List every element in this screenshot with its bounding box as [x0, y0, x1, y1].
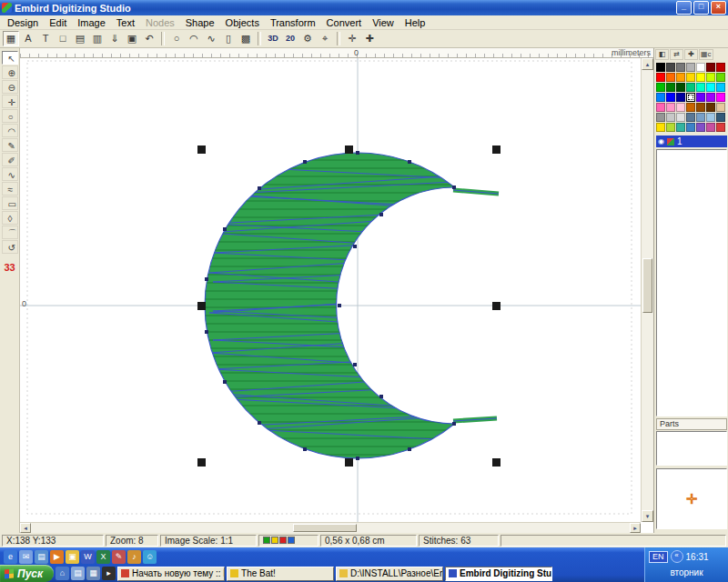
menu-edit[interactable]: Edit	[44, 16, 72, 29]
palette-color[interactable]	[676, 113, 685, 122]
palette-color[interactable]	[686, 73, 695, 82]
center-design-icon[interactable]: ✛	[344, 31, 360, 46]
word-icon[interactable]: W	[81, 550, 95, 564]
copy-icon[interactable]: ▣	[124, 31, 140, 46]
menu-nodes[interactable]: Nodes	[140, 16, 180, 29]
palette-color[interactable]	[696, 123, 705, 132]
new-document-icon[interactable]: □	[55, 31, 71, 46]
pan-tool[interactable]: ✛	[2, 95, 18, 108]
grid-mode-icon[interactable]: ▦	[3, 31, 19, 46]
minimize-button[interactable]: _	[676, 1, 692, 15]
palette-color[interactable]	[716, 123, 725, 132]
mail-icon[interactable]: ✉	[19, 550, 33, 564]
palette-color[interactable]	[716, 83, 725, 92]
console-icon[interactable]: ▸	[102, 567, 116, 580]
messenger-icon[interactable]: ☺	[143, 550, 157, 564]
menu-convert[interactable]: Convert	[321, 16, 368, 29]
menu-help[interactable]: Help	[399, 16, 431, 29]
maximize-button[interactable]: □	[693, 1, 709, 15]
excel-icon[interactable]: X	[96, 550, 110, 564]
notepad-icon[interactable]: ▤	[71, 567, 85, 580]
hscroll-thumb[interactable]	[293, 524, 357, 532]
shape-wave-icon[interactable]: ∿	[203, 31, 219, 46]
menu-transform[interactable]: Transform	[265, 16, 321, 29]
palette-color[interactable]	[656, 83, 665, 92]
palette-color[interactable]	[686, 113, 695, 122]
move-design-icon[interactable]: ✚	[361, 31, 378, 46]
parts-list[interactable]	[656, 431, 727, 466]
palette-color[interactable]	[696, 113, 705, 122]
visibility-eye-icon[interactable]: ◉	[658, 137, 664, 146]
shape-circle-icon[interactable]: ○	[168, 31, 185, 46]
palette-color[interactable]	[666, 113, 675, 122]
import-icon[interactable]: ⇓	[106, 31, 123, 46]
object-list-row[interactable]: ◉ 1	[656, 135, 727, 147]
palette-color[interactable]	[666, 63, 675, 72]
media-player-icon[interactable]: ▶	[50, 550, 64, 564]
scroll-right-icon[interactable]: ▸	[630, 523, 641, 533]
paint-icon[interactable]: ✎	[112, 550, 126, 564]
add-color-icon[interactable]: ✚	[684, 49, 698, 60]
shape-column-icon[interactable]: ▯	[220, 31, 237, 46]
palette-color[interactable]	[676, 83, 685, 92]
palette-color[interactable]	[696, 83, 705, 92]
palette-color[interactable]	[696, 103, 705, 112]
text-tool-icon[interactable]: T	[37, 31, 54, 46]
palette-color[interactable]	[666, 93, 675, 102]
gradient-icon[interactable]: ◧	[655, 49, 669, 60]
satin-tool[interactable]: ≈	[2, 182, 18, 196]
palette-color[interactable]	[666, 83, 675, 92]
palette-color[interactable]	[686, 123, 695, 132]
palette-color[interactable]	[706, 73, 715, 82]
3d-view-icon[interactable]: 3D	[265, 31, 281, 46]
object-list[interactable]	[656, 149, 727, 416]
palette-color[interactable]	[656, 93, 665, 102]
menu-text[interactable]: Text	[111, 16, 140, 29]
internet-explorer-icon[interactable]: e	[4, 550, 17, 564]
palette-color[interactable]	[676, 123, 685, 132]
task-button[interactable]: Начать новую тему :: В...	[117, 567, 225, 581]
palette-color[interactable]	[656, 103, 665, 112]
palette-color[interactable]	[706, 113, 715, 122]
palette-color[interactable]	[676, 73, 685, 82]
measure-icon[interactable]: ⌖	[317, 31, 333, 46]
palette-color[interactable]	[686, 83, 695, 92]
zoom-in-tool[interactable]: ⊕	[2, 65, 18, 79]
task-button[interactable]: The Bat!	[227, 567, 334, 581]
palette-color[interactable]	[696, 73, 705, 82]
zoom-out-tool[interactable]: ⊖	[2, 80, 18, 94]
palette-color[interactable]	[696, 93, 705, 102]
palette-color[interactable]	[676, 93, 685, 102]
design-canvas[interactable]: 0	[20, 58, 641, 522]
vscroll-thumb[interactable]	[642, 258, 652, 313]
start-button[interactable]: Пуск	[0, 565, 54, 582]
palette-grid-icon[interactable]: ▦c	[699, 49, 713, 60]
music-icon[interactable]: ♪	[127, 550, 141, 564]
scroll-down-icon[interactable]: ▾	[642, 510, 653, 522]
menu-view[interactable]: View	[367, 16, 399, 29]
arc-tool[interactable]: ◠	[2, 124, 18, 137]
palette-color[interactable]	[706, 123, 715, 132]
curve-tool[interactable]: ⌒	[2, 226, 18, 239]
task-button[interactable]: D:\INSTALL\Разное\Embird	[336, 567, 443, 581]
palette-color[interactable]	[656, 63, 665, 72]
palette-color[interactable]	[706, 63, 715, 72]
my-computer-icon[interactable]: ⌂	[56, 567, 69, 580]
rectangle-tool[interactable]: ▭	[2, 196, 18, 210]
palette-color[interactable]	[656, 113, 665, 122]
palette-color[interactable]	[706, 103, 715, 112]
settings-icon[interactable]: ⚙	[299, 31, 316, 46]
language-indicator[interactable]: EN	[649, 551, 668, 563]
palette-color[interactable]	[666, 73, 675, 82]
menu-shape[interactable]: Shape	[180, 16, 220, 29]
bezier-tool[interactable]: ✐	[2, 153, 18, 166]
palette-color[interactable]	[656, 73, 665, 82]
select-tool[interactable]: ↖	[2, 51, 18, 65]
undo-icon[interactable]: ↶	[141, 31, 157, 46]
swap-colors-icon[interactable]: ⇄	[670, 49, 683, 60]
rotate-tool[interactable]: ↺	[2, 240, 18, 254]
diamond-tool[interactable]: ◊	[2, 211, 18, 225]
wave-tool[interactable]: ∿	[2, 167, 18, 181]
vertical-scrollbar[interactable]: ▴ ▾	[641, 58, 653, 522]
palette-color[interactable]	[706, 83, 715, 92]
